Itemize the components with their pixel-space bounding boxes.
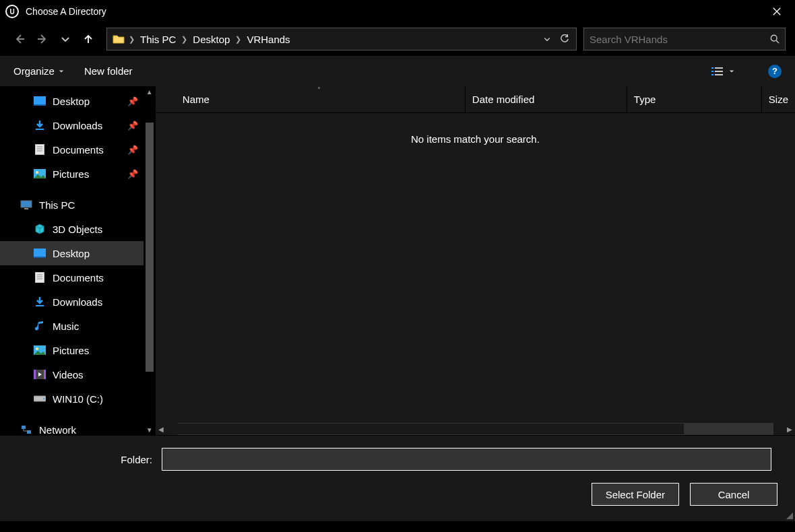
svg-rect-23: [35, 272, 44, 283]
sidebar-item-videos[interactable]: Videos: [0, 362, 144, 387]
nav-recent-button[interactable]: [55, 29, 75, 49]
sidebar-item-label: Downloads: [53, 296, 102, 308]
help-button[interactable]: ?: [768, 65, 782, 78]
sidebar-item-pictures[interactable]: Pictures 📌: [0, 162, 144, 186]
search-input[interactable]: [590, 34, 770, 45]
svg-rect-32: [44, 370, 46, 379]
svg-rect-11: [34, 104, 46, 106]
pin-icon: 📌: [127, 96, 138, 106]
svg-point-29: [36, 347, 38, 350]
pin-icon: 📌: [127, 169, 138, 179]
sidebar-item-label: 3D Objects: [53, 224, 102, 235]
chevron-right-icon: ❯: [127, 35, 136, 44]
new-folder-button[interactable]: New folder: [84, 65, 133, 77]
sidebar-item-label: Desktop: [53, 96, 90, 107]
sidebar-group-network[interactable]: Network: [0, 418, 144, 435]
chevron-right-icon: ❯: [234, 35, 243, 44]
chevron-down-icon: [60, 34, 71, 44]
scroll-right-arrow-icon[interactable]: ▶: [784, 426, 795, 433]
sidebar-item-label: Desktop: [53, 248, 90, 259]
chevron-right-icon: ❯: [180, 35, 189, 44]
column-header-date[interactable]: Date modified: [466, 86, 627, 112]
svg-rect-13: [35, 144, 44, 155]
svg-rect-21: [34, 248, 46, 257]
videos-icon: [34, 368, 46, 380]
column-label: Type: [634, 94, 656, 105]
3d-objects-icon: [34, 223, 46, 235]
pin-icon: 📌: [127, 145, 138, 155]
breadcrumb-item[interactable]: Desktop: [189, 28, 234, 50]
organize-button[interactable]: Organize: [13, 65, 64, 77]
svg-rect-19: [21, 201, 32, 207]
arrow-up-icon: [83, 34, 94, 44]
svg-rect-35: [22, 426, 26, 429]
svg-rect-8: [711, 74, 713, 75]
sidebar-item-label: Music: [53, 321, 79, 332]
address-bar[interactable]: ❯ This PC ❯ Desktop ❯ VRHands: [106, 28, 577, 51]
navigation-sidebar: Desktop 📌 Downloads 📌 Documents 📌 Pictur…: [0, 86, 156, 435]
drive-icon: [34, 393, 46, 405]
sidebar-item-desktop[interactable]: Desktop 📌: [0, 89, 144, 113]
sidebar-item-label: Documents: [53, 272, 104, 284]
column-header-name[interactable]: Name: [176, 86, 466, 112]
sidebar-item-music[interactable]: Music: [0, 314, 144, 338]
sidebar-item-desktop[interactable]: Desktop: [0, 241, 144, 265]
horizontal-scrollbar[interactable]: ◀ ▶: [156, 423, 795, 435]
pictures-icon: [34, 344, 46, 356]
documents-icon: [34, 271, 46, 284]
desktop-icon: [34, 247, 46, 259]
file-list[interactable]: No items match your search.: [156, 113, 795, 423]
folder-field-label: Folder:: [13, 454, 162, 465]
window-title: Choose A Directory: [26, 6, 106, 17]
refresh-icon: [560, 34, 569, 44]
sidebar-item-documents[interactable]: Documents: [0, 265, 144, 290]
svg-point-34: [43, 398, 44, 399]
pictures-icon: [34, 168, 46, 180]
sidebar-item-documents[interactable]: Documents 📌: [0, 137, 144, 162]
downloads-icon: [34, 296, 46, 308]
desktop-icon: [34, 95, 46, 107]
sidebar-group-label: Network: [39, 424, 76, 436]
resize-grip[interactable]: [785, 511, 793, 519]
scroll-up-arrow-icon[interactable]: ▲: [144, 86, 155, 97]
select-folder-button[interactable]: Select Folder: [592, 483, 679, 506]
sidebar-item-pictures[interactable]: Pictures: [0, 338, 144, 362]
folder-name-input[interactable]: [162, 448, 771, 471]
sidebar-item-downloads[interactable]: Downloads: [0, 290, 144, 314]
svg-point-18: [36, 171, 38, 174]
view-mode-button[interactable]: [711, 67, 734, 76]
refresh-button[interactable]: [556, 30, 573, 48]
scrollbar-thumb[interactable]: [146, 123, 154, 372]
cancel-button[interactable]: Cancel: [690, 483, 777, 506]
svg-line-3: [776, 40, 779, 43]
breadcrumb-item[interactable]: VRHands: [243, 28, 294, 50]
toolbar: Organize New folder ?: [0, 55, 795, 86]
scroll-down-arrow-icon[interactable]: ▼: [144, 424, 155, 435]
sidebar-item-downloads[interactable]: Downloads 📌: [0, 113, 144, 137]
sidebar-scrollbar[interactable]: ▲ ▼: [144, 86, 155, 435]
nav-back-button[interactable]: [9, 29, 30, 49]
close-icon: [772, 7, 782, 16]
address-history-button[interactable]: [538, 30, 556, 48]
sidebar-item-drive-c[interactable]: WIN10 (C:): [0, 387, 144, 411]
scrollbar-thumb[interactable]: [177, 424, 684, 434]
svg-rect-6: [711, 71, 713, 72]
arrow-right-icon: [37, 34, 48, 44]
svg-rect-12: [36, 129, 44, 130]
svg-rect-10: [34, 96, 46, 104]
column-headers: ˄ Name Date modified Type Size: [156, 86, 795, 113]
nav-up-button[interactable]: [78, 29, 98, 49]
close-button[interactable]: [764, 7, 790, 16]
chevron-down-icon: [543, 35, 551, 43]
column-header-type[interactable]: Type: [627, 86, 762, 112]
sidebar-item-label: Videos: [53, 369, 84, 380]
scroll-left-arrow-icon[interactable]: ◀: [156, 426, 166, 433]
search-box[interactable]: [583, 28, 786, 51]
new-folder-label: New folder: [84, 65, 133, 77]
sidebar-item-3d-objects[interactable]: 3D Objects: [0, 217, 144, 241]
sidebar-group-this-pc[interactable]: This PC: [0, 193, 144, 217]
breadcrumb-item[interactable]: This PC: [136, 28, 180, 50]
column-header-size[interactable]: Size: [762, 86, 795, 112]
nav-forward-button[interactable]: [32, 29, 53, 49]
unreal-logo-icon: U: [5, 5, 19, 18]
